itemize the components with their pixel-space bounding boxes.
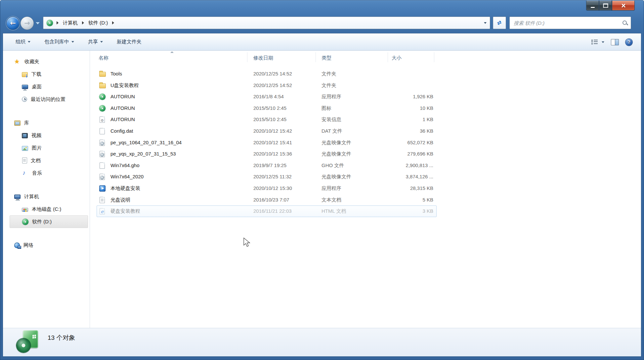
file-size: 10 KB (361, 103, 433, 114)
minimize-button[interactable] (586, 1, 599, 11)
library-icon (14, 120, 21, 126)
disc-icon (100, 174, 105, 180)
address-dropdown-icon[interactable] (484, 22, 487, 24)
sidebar-item-label: 图片 (32, 145, 42, 151)
change-view-button[interactable] (591, 40, 604, 45)
help-icon[interactable] (625, 39, 632, 46)
sidebar-group-header[interactable]: 库 (3, 116, 90, 129)
sidebar-item[interactable]: 本地磁盘 (C:) (3, 203, 90, 215)
sidebar-item-label: 库 (24, 120, 29, 126)
column-divider[interactable] (434, 52, 434, 62)
file-row[interactable]: AUTORUN2015/5/10 2:45图标10 KB (90, 103, 641, 114)
sidebar-item[interactable]: 最近访问的位置 (3, 93, 90, 106)
address-bar[interactable]: 计算机 软件 (D:) (43, 17, 490, 29)
column-divider[interactable] (316, 52, 316, 62)
file-row[interactable]: Win7x64_20202020/12/25 11:32光盘映像文件3,874,… (90, 171, 641, 183)
folder-icon (99, 83, 106, 88)
star-icon (14, 59, 21, 65)
sidebar-group-header[interactable]: 网络 (3, 239, 90, 251)
search-input[interactable] (513, 20, 620, 26)
sidebar-group-header[interactable]: 计算机 (3, 190, 90, 203)
file-row[interactable]: 硬盘安装教程2016/11/21 22:03HTML 文档3 KB (90, 205, 641, 217)
back-button[interactable] (6, 17, 20, 30)
file-type: 光盘映像文件 (322, 148, 351, 160)
file-type: 图标 (322, 103, 331, 114)
sidebar-item[interactable]: 下载 (3, 68, 90, 80)
file-row[interactable]: pe_yqs_1064_20_07_31_16_042020/10/12 15:… (90, 137, 641, 149)
sidebar-item[interactable]: 图片 (3, 142, 90, 154)
txt-icon (100, 197, 105, 203)
html-icon (100, 208, 105, 214)
toolbar-organize-label: 组织 (16, 39, 25, 45)
file-size: 279,696 KB (361, 148, 433, 160)
sidebar-item-label: 软件 (D:) (32, 219, 52, 225)
toolbar-organize[interactable]: 组织 (16, 39, 30, 45)
window-controls (586, 1, 635, 11)
column-divider[interactable] (388, 52, 388, 62)
sidebar-item-label: 下载 (31, 71, 41, 77)
file-date: 2020/10/12 15:42 (253, 125, 292, 137)
toolbar-include-in-library[interactable]: 包含到库中 (44, 39, 74, 45)
column-divider[interactable] (247, 52, 247, 62)
file-row[interactable]: U盘安装教程2020/12/25 14:52文件夹 (90, 80, 641, 91)
sidebar-item[interactable]: 视频 (3, 129, 90, 142)
sidebar-group-header[interactable]: 收藏夹 (3, 55, 90, 68)
file-type: 文本文档 (322, 194, 341, 206)
file-type: 光盘映像文件 (322, 137, 351, 149)
drive-icon (47, 20, 53, 26)
column-header-type[interactable]: 类型 (322, 55, 331, 61)
file-row[interactable]: 本地硬盘安装2020/10/12 15:30应用程序28,315 KB (90, 183, 641, 194)
toolbar-share[interactable]: 共享 (88, 39, 103, 45)
file-row[interactable]: Win7x64.gho2019/9/7 19:25GHO 文件2,900,813… (90, 160, 641, 171)
file-date: 2020/12/25 11:32 (253, 171, 292, 183)
file-type: 光盘映像文件 (322, 171, 351, 183)
file-row[interactable]: Tools2020/12/25 14:52文件夹 (90, 68, 641, 80)
disc-icon (100, 140, 105, 146)
refresh-button[interactable] (493, 17, 506, 29)
views-dropdown-icon[interactable] (602, 41, 604, 43)
file-row[interactable]: 光盘说明2016/10/23 7:07文本文档5 KB (90, 194, 641, 206)
toolbar-new-folder[interactable]: 新建文件夹 (117, 39, 142, 45)
file-row[interactable]: pe_yqs_xp_20_07_31_15_532020/10/12 15:36… (90, 148, 641, 160)
file-date: 2020/10/12 15:41 (253, 137, 292, 149)
forward-button[interactable] (21, 17, 34, 30)
maximize-button[interactable] (599, 1, 612, 11)
close-button[interactable] (612, 1, 635, 11)
command-toolbar: 组织 包含到库中 共享 新建文件夹 (3, 33, 641, 51)
status-bar: 13 个对象 (3, 328, 641, 356)
breadcrumb-drive-d[interactable]: 软件 (D:) (88, 20, 108, 26)
sidebar-item[interactable]: 音乐 (3, 167, 90, 179)
column-header-date[interactable]: 修改日期 (253, 55, 273, 61)
views-icon (594, 40, 598, 45)
breadcrumb-arrow-icon[interactable] (112, 21, 114, 24)
file-name: U盘安装教程 (110, 80, 139, 91)
dropdown-caret-icon (71, 41, 74, 43)
file-size: 1 KB (361, 114, 433, 125)
column-header-size[interactable]: 大小 (392, 55, 402, 61)
file-type: 文件夹 (322, 68, 336, 80)
breadcrumb-computer[interactable]: 计算机 (62, 20, 78, 26)
file-row[interactable]: Config.dat2020/10/12 15:42DAT 文件36 KB (90, 125, 641, 137)
column-header-name[interactable]: 名称 (99, 55, 108, 61)
file-date: 2020/12/25 14:52 (253, 80, 292, 91)
file-type: HTML 文档 (322, 205, 346, 217)
breadcrumb-arrow-icon[interactable] (57, 21, 59, 24)
sidebar-item[interactable]: 软件 (D:) (10, 215, 88, 228)
recent-pages-chevron-icon[interactable] (36, 22, 40, 24)
sidebar-item[interactable]: 文档 (3, 154, 90, 167)
sidebar-item-label: 文档 (31, 158, 41, 164)
file-size: 5 KB (361, 194, 433, 206)
network-icon (14, 243, 20, 248)
title-bar[interactable] (0, 0, 644, 13)
preview-pane-icon[interactable] (611, 39, 619, 45)
sidebar-group: 计算机本地磁盘 (C:)软件 (D:) (3, 190, 90, 228)
file-row[interactable]: AUTORUN2016/1/8 4:54应用程序1,926 KB (90, 91, 641, 103)
sidebar-group: 库视频图片文档音乐 (3, 116, 90, 179)
sidebar-item[interactable]: 桌面 (3, 80, 90, 93)
breadcrumb-arrow-icon[interactable] (82, 21, 84, 24)
file-size: 36 KB (361, 125, 433, 137)
search-box (509, 17, 631, 29)
folder-icon (99, 72, 106, 77)
picture-icon (22, 146, 28, 151)
file-row[interactable]: AUTORUN2015/5/10 2:45安装信息1 KB (90, 114, 641, 125)
